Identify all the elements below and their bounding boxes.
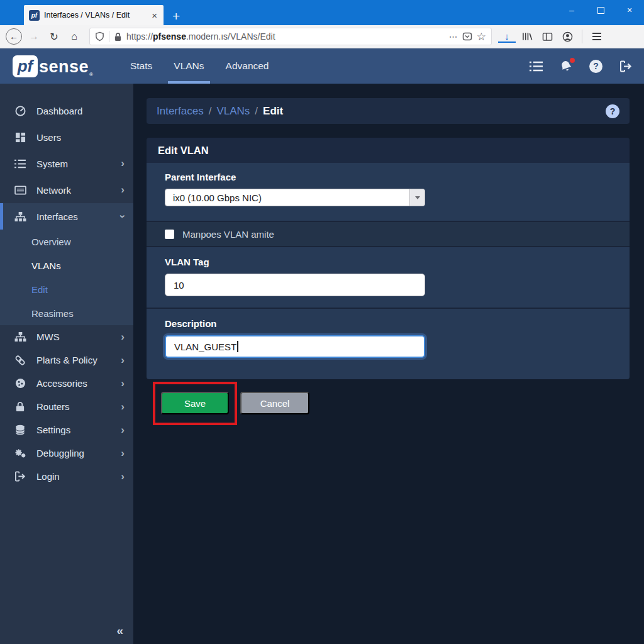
chevron-down-icon: › [116,214,129,218]
sidebar-label: Dashboard [36,106,125,116]
form-actions: Save Cancel [147,392,630,414]
breadcrumb-separator: / [209,105,212,118]
select-dropdown-button[interactable] [409,189,425,206]
downloads-icon[interactable]: ↓ [498,30,516,43]
sidebar-subitem-reasimes[interactable]: Reasimes [0,301,133,325]
url-bar[interactable]: https://pfsense.modern.ıs/VLANs/Edit ⋯ ☆ [89,28,492,45]
window-maximize-button[interactable] [586,0,615,20]
vlan-checkbox[interactable] [165,230,174,239]
sidebar-item-plarts-policy[interactable]: Plarts & Policy › [0,348,133,372]
topnav-stats[interactable]: Stats [119,48,163,84]
maximize-icon [597,7,604,14]
notifications-bell-icon[interactable] [560,60,572,72]
pocket-icon[interactable] [462,31,472,42]
vlan-checkbox-label: Manpoes VLAN amite [182,229,274,240]
logo-sense-text: sense [39,57,89,77]
sidebar-item-users[interactable]: Users [0,124,133,150]
sidebar-item-system[interactable]: System › [0,150,133,177]
window-close-button[interactable]: × [615,0,644,20]
window-minimize-button[interactable]: – [557,0,586,20]
breadcrumb-current: Edit [263,105,283,118]
description-value: VLAN_GUEST [174,341,236,352]
sidebar-item-interfaces[interactable]: Interfaces › [0,203,133,230]
logout-icon[interactable] [619,60,633,72]
sidebars-icon[interactable] [538,28,556,45]
dashboard-icon [14,106,26,116]
sidebar-subitem-edit[interactable]: Edit [0,277,133,301]
gears-icon [14,448,26,458]
lock-icon[interactable] [114,32,122,42]
pfsense-logo[interactable]: pf sense ® [13,55,93,77]
sitemap-icon [14,331,26,342]
logo-pf-box: pf [13,55,38,77]
cancel-button[interactable]: Cancel [240,392,309,414]
back-button[interactable]: ← [5,28,23,45]
sidebar-item-login[interactable]: Login › [0,465,133,488]
sidebar-collapse-button[interactable]: « [116,624,123,638]
badge-icon [14,378,26,389]
description-input[interactable]: VLAN_GUEST [165,335,425,358]
tab-title: Interfaces / VLANs / Edit [44,11,146,19]
vlan-tag-value: 10 [174,280,184,291]
new-tab-button[interactable]: + [172,9,180,23]
sidebar-label: System [36,158,121,169]
sidebar-item-settings[interactable]: Settings › [0,418,133,441]
list-icon[interactable] [530,61,543,72]
breadcrumb: Interfaces / VLANs / Edit ? [147,98,630,124]
sidebar-label: Plarts & Policy [36,355,121,365]
main-content: Interfaces / VLANs / Edit ? Edit VLAN Pa… [133,84,644,644]
sidebar-label: Settings [36,425,121,435]
sidebar-label: MWS [36,331,121,342]
sidebar-item-debuggling[interactable]: Debuggling › [0,441,133,465]
sidebar-subitem-vlans[interactable]: VLANs [0,253,133,277]
chevron-right-icon: › [121,401,125,413]
system-icon [14,159,26,169]
caret-down-icon [415,196,420,199]
sidebar-subitem-overview[interactable]: Overview [0,230,133,253]
tracking-shield-icon[interactable] [95,31,104,42]
parent-interface-select[interactable]: ix0 (10.00 Gbps NIC) [165,189,425,206]
breadcrumb-link-interfaces[interactable]: Interfaces [157,105,204,118]
vlan-tag-input[interactable]: 10 [165,274,425,296]
breadcrumb-link-vlans[interactable]: VLANs [216,105,250,118]
breadcrumb-separator: / [255,105,258,118]
sidebar-label: Routers [36,401,121,412]
chevron-right-icon: › [121,377,125,390]
page-help-icon[interactable]: ? [606,104,619,118]
browser-tab[interactable]: pf Interfaces / VLANs / Edit × [24,5,164,25]
sidebar-item-mws[interactable]: MWS › [0,325,133,348]
page-actions-icon[interactable]: ⋯ [449,31,458,42]
home-button[interactable]: ⌂ [65,28,83,45]
account-icon[interactable] [558,28,576,45]
network-icon [14,186,26,195]
sidebar-label: Interfaces [36,211,121,222]
reload-button[interactable]: ↻ [45,28,63,45]
sidebar-item-routers[interactable]: Routers › [0,395,133,418]
notification-dot [570,58,575,63]
window-controls: – × [557,0,644,20]
panel-title: Edit VLAN [147,138,630,163]
header-help-icon[interactable]: ? [589,60,602,73]
topnav-advanced[interactable]: Advanced [215,48,280,84]
chevron-right-icon: › [121,331,125,343]
url-text: https://pfsense.modern.ıs/VLANs/Edit [126,31,445,42]
vlan-tag-label: VLAN Tag [165,257,630,267]
sidebar-item-dashboard[interactable]: Dashboard [0,97,133,124]
tab-close-icon[interactable]: × [150,10,158,21]
library-icon[interactable] [518,28,536,45]
lock-icon [14,401,26,412]
parent-interface-row: Parent Interface ix0 (10.00 Gbps NIC) [147,163,630,221]
chevron-right-icon: › [121,184,125,196]
description-label: Description [165,318,630,329]
browser-toolbar: ← → ↻ ⌂ https://pfsense.modern.ıs/VLANs/… [0,25,644,48]
forward-button[interactable]: → [25,28,43,45]
topnav-vlans[interactable]: VLANs [163,48,214,84]
parent-interface-label: Parent Interface [165,172,630,182]
pfsense-favicon: pf [29,10,40,21]
sidebar-item-network[interactable]: Network › [0,177,133,203]
menu-hamburger-icon[interactable] [588,28,606,45]
bookmark-star-icon[interactable]: ☆ [477,30,486,43]
sidebar-item-accessories[interactable]: Accessories › [0,372,133,395]
vlan-checkbox-row: Manpoes VLAN amite [147,221,630,246]
top-navigation: Stats VLANs Advanced [119,48,280,84]
